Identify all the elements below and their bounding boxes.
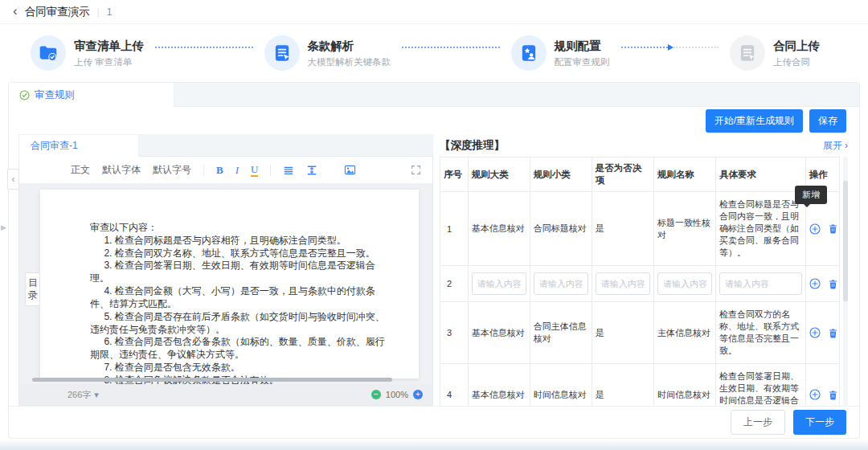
- doc-item: 7. 检查合同是否包含无效条款。: [90, 362, 390, 374]
- requirement-cell: 检查合同双方的名称、地址、联系方式等信息是否完整且一致。: [715, 302, 805, 364]
- line-spacing-button[interactable]: [306, 165, 317, 176]
- delete-row-button[interactable]: [828, 390, 838, 400]
- doc-item: 6. 检查合同是否包含必备条款（如标的、数量、质量、价款、履行期限、违约责任、争…: [90, 336, 390, 362]
- editor-tab-bar: 合同审查-1: [18, 134, 433, 157]
- check-circle-icon: [19, 90, 30, 100]
- insert-image-button[interactable]: [344, 164, 356, 176]
- veto-cell: 是: [592, 192, 653, 266]
- zoom-level: 100%: [386, 390, 408, 399]
- veto-input[interactable]: [596, 272, 650, 295]
- fullscreen-icon: [411, 165, 421, 175]
- step-checklist-upload[interactable]: 审查清单上传 上传 审查清单: [31, 35, 144, 71]
- next-step-button[interactable]: 下一步: [793, 410, 846, 435]
- word-count-dropdown[interactable]: 266字 ▾: [68, 389, 99, 401]
- caret-down-icon: ▾: [94, 390, 99, 400]
- prev-step-button[interactable]: 上一步: [731, 410, 785, 435]
- word-count: 266字: [68, 389, 91, 401]
- font-size-select[interactable]: 默认字号: [153, 163, 191, 177]
- breadcrumb-count: 1: [107, 6, 113, 18]
- row-index: 3: [440, 302, 469, 364]
- doc-intro: 审查以下内容：: [90, 222, 390, 235]
- step-connector: [402, 47, 500, 48]
- rule-minor-cell: 合同标题核对: [530, 192, 592, 266]
- add-row-button[interactable]: [809, 278, 821, 289]
- italic-button[interactable]: I: [235, 165, 239, 175]
- align-button[interactable]: [283, 165, 294, 176]
- line-spacing-icon: [306, 165, 317, 176]
- add-row-button[interactable]: [809, 389, 821, 400]
- header-cell: 规则名称: [653, 158, 715, 192]
- step-title: 规则配置: [555, 39, 610, 54]
- add-row-button[interactable]: [809, 223, 821, 235]
- stepper: 审查清单上传 上传 审查清单 条款解析 大模型解析关键条款 规则配置 配置审查规…: [0, 24, 868, 82]
- rule-minor-cell: 时间信息核对: [530, 364, 592, 407]
- wizard-footer: 上一步 下一步: [9, 406, 859, 438]
- font-family-select[interactable]: 默认字体: [102, 163, 141, 177]
- tab-contract-review-1[interactable]: 合同审查-1: [18, 134, 139, 157]
- breadcrumb: ‹ 合同审查演示 | 1: [0, 0, 868, 24]
- tab-review-rules[interactable]: 审查规则: [9, 83, 174, 107]
- row-index: 4: [440, 364, 469, 407]
- delete-row-button[interactable]: [828, 223, 838, 234]
- editor: 正文 默认字体 默认字号 B I U: [18, 157, 433, 406]
- step-title: 合同上传: [773, 39, 820, 54]
- step-clause-parse[interactable]: 条款解析 大模型解析关键条款: [264, 35, 391, 71]
- rule-major-cell: 基本信息核对: [468, 192, 530, 266]
- expand-link[interactable]: 展开 ›: [823, 139, 848, 153]
- folder-check-icon: [31, 35, 66, 71]
- toc-tab[interactable]: 目录: [25, 272, 40, 306]
- back-icon[interactable]: ‹: [13, 4, 18, 18]
- header-cell: 具体要求: [715, 158, 805, 192]
- rule-config-icon: [511, 35, 547, 71]
- doc-item: 4. 检查合同金额（大写、小写）是否一致，且与条款中的付款条件、结算方式匹配。: [90, 285, 390, 311]
- bold-button[interactable]: B: [216, 165, 223, 175]
- rule-name-cell: 主体信息核对: [653, 302, 715, 364]
- breadcrumb-divider: |: [97, 6, 100, 18]
- image-icon: [344, 164, 356, 176]
- add-row-button[interactable]: [809, 327, 821, 338]
- veto-cell: 是: [592, 364, 653, 407]
- vertical-scrollbar[interactable]: [843, 181, 848, 301]
- tab-label: 审查规则: [35, 88, 75, 102]
- requirement-cell: 检查合同标题是否与合同内容一致，且明确标注合同类型（如买卖合同、服务合同等）。: [715, 192, 805, 266]
- main-card: 审查规则 开始/重新生成规则 保存 合同审查-1 正文 默认字: [8, 82, 860, 439]
- table-header-row: 序号 规则大类 规则小类 是否为否决项 规则名称 具体要求 操作: [440, 158, 840, 192]
- generate-rules-button[interactable]: 开始/重新生成规则: [706, 109, 803, 133]
- editor-panel: 合同审查-1 正文 默认字体 默认字号 B I U: [18, 134, 433, 406]
- zoom-in-button[interactable]: +: [413, 390, 423, 399]
- editor-toolbar: 正文 默认字体 默认字号 B I U: [19, 157, 432, 184]
- delete-row-button[interactable]: [828, 328, 838, 338]
- step-rule-config[interactable]: 规则配置 配置审查规则: [511, 35, 610, 71]
- rule-major-cell: 基本信息核对: [468, 302, 530, 364]
- step-contract-upload[interactable]: 合同上传 上传合同: [730, 35, 820, 71]
- collapse-editor-handle[interactable]: ‹: [7, 169, 19, 190]
- paragraph-style-select[interactable]: 正文: [71, 163, 90, 177]
- rule-minor-input[interactable]: [534, 272, 588, 295]
- arrow-right-icon: [668, 44, 674, 51]
- doc-item: 3. 检查合同签署日期、生效日期、有效期等时间信息是否逻辑合理。: [90, 260, 390, 285]
- zoom-out-button[interactable]: −: [371, 390, 381, 399]
- underline-button[interactable]: U: [251, 164, 258, 177]
- bottom-decoration: [0, 440, 868, 450]
- rule-minor-cell: 合同主体信息核对: [530, 302, 592, 364]
- requirement-cell: 检查合同签署日期、生效日期、有效期等时间信息是否逻辑合理。: [715, 364, 805, 407]
- header-cell: 是否为否决项: [592, 158, 653, 192]
- step-title: 条款解析: [308, 39, 391, 54]
- step-subtitle: 上传合同: [773, 56, 820, 68]
- open-sidebar-handle[interactable]: ▶: [1, 223, 6, 231]
- delete-row-button[interactable]: [828, 279, 838, 289]
- header-cell: 规则小类: [530, 158, 592, 192]
- horizontal-scrollbar[interactable]: [32, 378, 392, 382]
- deep-reasoning-title: 【深度推理】: [440, 138, 505, 153]
- step-subtitle: 上传 审查清单: [74, 56, 144, 68]
- row-index: 2: [440, 266, 469, 302]
- editor-canvas: 审查以下内容： 1. 检查合同标题是否与内容相符，且明确标注合同类型。 2. 检…: [19, 184, 432, 384]
- save-button[interactable]: 保存: [809, 109, 846, 133]
- rule-major-input[interactable]: [472, 272, 526, 295]
- fullscreen-button[interactable]: [411, 165, 421, 175]
- chevron-right-icon: ›: [845, 140, 848, 151]
- rule-name-input[interactable]: [657, 272, 712, 295]
- requirement-input[interactable]: [719, 272, 802, 295]
- doc-item: 1. 检查合同标题是否与内容相符，且明确标注合同类型。: [90, 235, 390, 248]
- document-page[interactable]: 审查以下内容： 1. 检查合同标题是否与内容相符，且明确标注合同类型。 2. 检…: [40, 190, 419, 378]
